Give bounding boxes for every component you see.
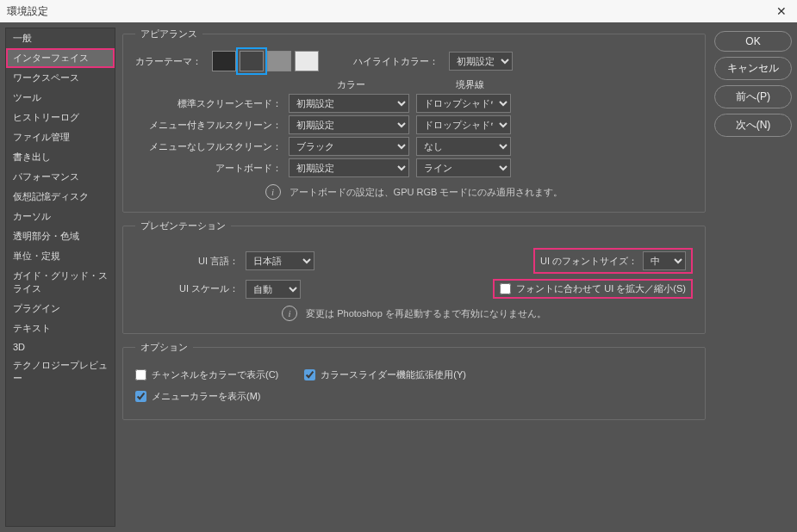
sidebar-item-2[interactable]: ワークスペース [6,68,115,88]
screen-mode-row-3: アートボード：初期設定ライン [135,158,693,177]
options-legend: オプション [135,341,193,354]
presentation-group: プレゼンテーション UI 言語： 日本語 UI のフォントサイズ： 中 [122,220,706,334]
info-icon: i [265,184,281,200]
option-checkbox-1[interactable] [304,369,315,380]
appearance-legend: アピアランス [135,28,202,40]
sidebar-item-0[interactable]: 一般 [6,28,115,48]
highlight-color-select[interactable]: 初期設定 [449,52,513,71]
sidebar-item-15[interactable]: 3D [6,338,115,356]
color-theme-swatches [212,51,319,71]
column-header-color: カラー [290,78,411,91]
ok-button[interactable]: OK [714,31,792,52]
screen-mode-row-2: メニューなしフルスクリーン：ブラックなし [135,137,693,156]
options-group: オプション チャンネルをカラーで表示(C)メニューカラーを表示(M)カラースライ… [122,341,706,420]
fit-ui-label: フォントに合わせて UI を拡大／縮小(S) [516,282,686,295]
sidebar-item-16[interactable]: テクノロジープレビュー [6,356,115,388]
option-row-0: チャンネルをカラーで表示(C) [135,368,278,381]
option-row-1: カラースライダー機能拡張使用(Y) [304,368,466,381]
option-label: メニューカラーを表示(M) [152,390,261,403]
screen-mode-border-select[interactable]: なし [416,137,511,156]
screen-mode-color-select[interactable]: 初期設定 [289,115,409,134]
ui-font-size-select[interactable]: 中 [643,251,686,270]
option-checkbox-2[interactable] [135,391,146,402]
cancel-button[interactable]: キャンセル [714,57,792,80]
sidebar-item-10[interactable]: 透明部分・色域 [6,226,115,246]
window-title: 環境設定 [7,4,48,19]
sidebar-item-7[interactable]: パフォーマンス [6,167,115,187]
ui-scale-select[interactable]: 自動 [246,280,301,299]
color-theme-swatch-2[interactable] [267,51,291,71]
sidebar-item-14[interactable]: テキスト [6,319,115,338]
color-theme-swatch-3[interactable] [295,51,319,71]
sidebar-item-6[interactable]: 書き出し [6,147,115,167]
prev-button[interactable]: 前へ(P) [714,85,792,108]
screen-mode-row-0: 標準スクリーンモード：初期設定ドロップシャドウ [135,94,693,113]
screen-mode-color-select[interactable]: ブラック [289,137,409,156]
sidebar-item-3[interactable]: ツール [6,88,115,108]
appearance-group: アピアランス カラーテーマ： ハイライトカラー： 初期設定 カラー 境界線 標準… [122,28,706,213]
ui-language-label: UI 言語： [135,255,239,268]
presentation-info-text: 変更は Photoshop を再起動するまで有効になりません。 [306,307,546,320]
screen-mode-border-select[interactable]: ドロップシャドウ [416,94,511,113]
sidebar-item-1[interactable]: インターフェイス [6,48,115,68]
close-icon[interactable]: ✕ [773,4,790,18]
color-theme-swatch-1[interactable] [240,51,264,71]
column-header-border: 境界線 [418,78,521,91]
sidebar-item-13[interactable]: プラグイン [6,299,115,319]
screen-mode-label: メニュー付きフルスクリーン： [135,119,282,132]
titlebar: 環境設定 ✕ [0,0,797,22]
sidebar-item-9[interactable]: カーソル [6,207,115,226]
screen-mode-color-select[interactable]: 初期設定 [289,158,409,177]
color-theme-label: カラーテーマ： [135,55,202,68]
screen-mode-label: メニューなしフルスクリーン： [135,140,282,153]
option-label: チャンネルをカラーで表示(C) [152,368,278,381]
fit-ui-highlight: フォントに合わせて UI を拡大／縮小(S) [493,279,693,299]
fit-ui-checkbox[interactable] [500,283,511,294]
sidebar-item-11[interactable]: 単位・定規 [6,246,115,266]
sidebar-item-8[interactable]: 仮想記憶ディスク [6,187,115,207]
sidebar: 一般インターフェイスワークスペースツールヒストリーログファイル管理書き出しパフォ… [5,28,115,527]
highlight-color-label: ハイライトカラー： [353,55,439,68]
screen-mode-label: アートボード： [135,162,282,175]
sidebar-item-12[interactable]: ガイド・グリッド・スライス [6,266,115,299]
color-theme-swatch-0[interactable] [212,51,236,71]
option-row-2: メニューカラーを表示(M) [135,390,278,403]
option-checkbox-0[interactable] [135,369,146,380]
ui-font-size-label: UI のフォントサイズ： [540,255,638,268]
presentation-legend: プレゼンテーション [135,220,231,232]
info-icon: i [282,306,297,321]
appearance-info-text: アートボードの設定は、GPU RGB モードにのみ適用されます。 [290,186,564,199]
sidebar-item-4[interactable]: ヒストリーログ [6,108,115,127]
ui-language-select[interactable]: 日本語 [246,251,314,270]
ui-scale-label: UI スケール： [135,282,239,295]
option-label: カラースライダー機能拡張使用(Y) [321,368,466,381]
ui-font-size-highlight: UI のフォントサイズ： 中 [533,248,693,274]
screen-mode-label: 標準スクリーンモード： [135,97,282,110]
sidebar-item-5[interactable]: ファイル管理 [6,127,115,147]
screen-mode-border-select[interactable]: ドロップシャドウ [416,115,511,134]
next-button[interactable]: 次へ(N) [714,114,792,137]
screen-mode-row-1: メニュー付きフルスクリーン：初期設定ドロップシャドウ [135,115,693,134]
screen-mode-border-select[interactable]: ライン [416,158,511,177]
screen-mode-color-select[interactable]: 初期設定 [289,94,409,113]
